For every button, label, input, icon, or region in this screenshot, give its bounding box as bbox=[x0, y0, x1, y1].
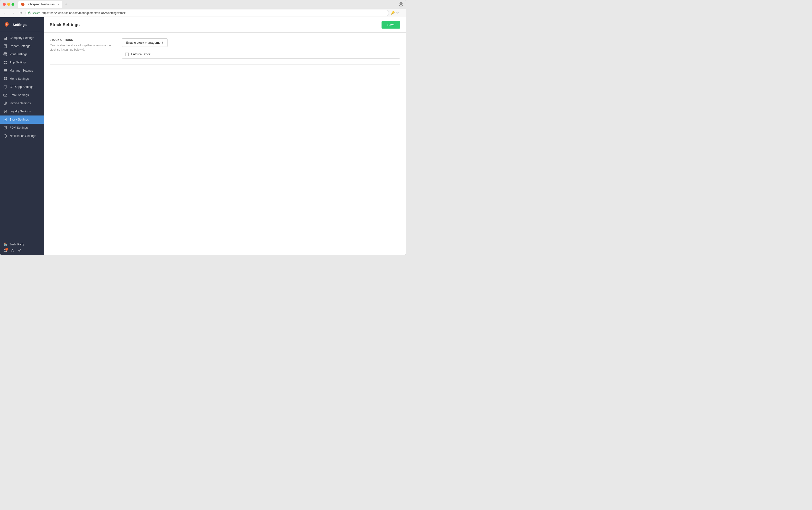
browser-window: Lightspeed Restaurant ✕ + ← → ↻ Secure h… bbox=[0, 0, 406, 255]
bar-chart-icon bbox=[3, 36, 7, 40]
enforce-stock-row: Enforce Stock bbox=[122, 50, 400, 59]
svg-rect-19 bbox=[4, 77, 5, 79]
sidebar-item-stock[interactable]: Stock Settings bbox=[0, 115, 44, 124]
tab-title: Lightspeed Restaurant bbox=[26, 3, 55, 6]
close-button[interactable] bbox=[3, 3, 6, 6]
forward-button[interactable]: → bbox=[10, 10, 16, 16]
svg-rect-4 bbox=[4, 38, 5, 39]
sidebar-item-fdm-label: FDM Settings bbox=[9, 126, 28, 130]
minimize-button[interactable] bbox=[7, 3, 10, 6]
report-icon bbox=[3, 44, 7, 48]
sidebar-item-menu[interactable]: Menu Settings bbox=[0, 75, 44, 83]
save-button[interactable]: Save bbox=[382, 21, 400, 29]
app-logo bbox=[3, 21, 10, 28]
section-label: STOCK OPTIONS bbox=[50, 38, 112, 41]
maximize-button[interactable] bbox=[11, 3, 14, 6]
sidebar-item-menu-label: Menu Settings bbox=[9, 77, 29, 80]
refresh-button[interactable]: ↻ bbox=[18, 10, 24, 16]
sidebar-title: Settings bbox=[12, 23, 27, 27]
sidebar-item-notification[interactable]: Notification Settings bbox=[0, 132, 44, 140]
address-bar-actions: 🔑 ☆ ⋮ bbox=[391, 11, 403, 15]
back-button[interactable]: ← bbox=[2, 10, 8, 16]
stock-options-section: STOCK OPTIONS Can disable the stock all … bbox=[50, 38, 400, 64]
store-icon: 🏪 bbox=[3, 243, 7, 246]
sidebar-item-cfd[interactable]: CFD App Settings bbox=[0, 83, 44, 91]
app-content: Settings Company Settings bbox=[0, 17, 406, 255]
svg-rect-26 bbox=[4, 94, 7, 96]
page-header: Stock Settings Save bbox=[44, 17, 406, 33]
manager-icon bbox=[3, 69, 7, 73]
sidebar-item-company-label: Company Settings bbox=[9, 36, 34, 39]
sidebar-item-report[interactable]: Report Settings bbox=[0, 42, 44, 50]
tab-close-button[interactable]: ✕ bbox=[57, 3, 60, 6]
fdm-icon bbox=[3, 126, 7, 130]
url-bar[interactable]: Secure https://nae2-web.posios.com/manag… bbox=[25, 10, 389, 16]
notification-icon bbox=[3, 134, 7, 138]
svg-rect-3 bbox=[28, 12, 30, 14]
new-tab-button[interactable]: + bbox=[63, 1, 69, 7]
section-layout: STOCK OPTIONS Can disable the stock all … bbox=[50, 38, 400, 59]
sidebar-item-invoice-label: Invoice Settings bbox=[9, 102, 31, 105]
profile-button[interactable] bbox=[10, 249, 14, 253]
svg-rect-15 bbox=[4, 61, 5, 62]
svg-rect-6 bbox=[6, 37, 7, 39]
svg-rect-17 bbox=[4, 63, 5, 64]
enforce-stock-label: Enforce Stock bbox=[131, 52, 150, 56]
svg-rect-21 bbox=[4, 79, 5, 80]
sidebar-item-fdm[interactable]: FDM Settings bbox=[0, 124, 44, 132]
sidebar-item-loyalty[interactable]: Loyalty Settings bbox=[0, 107, 44, 115]
page-title: Stock Settings bbox=[50, 22, 80, 27]
menu-dots-icon[interactable]: ⋮ bbox=[400, 11, 403, 15]
browser-tab[interactable]: Lightspeed Restaurant ✕ bbox=[18, 1, 62, 8]
svg-rect-32 bbox=[4, 126, 6, 129]
sidebar-item-print[interactable]: Print Settings bbox=[0, 50, 44, 58]
sidebar-item-email[interactable]: Email Settings bbox=[0, 91, 44, 99]
sidebar-item-invoice[interactable]: Invoice Settings bbox=[0, 99, 44, 107]
sidebar-item-print-label: Print Settings bbox=[9, 53, 27, 56]
sidebar: Settings Company Settings bbox=[0, 17, 44, 255]
svg-point-2 bbox=[400, 3, 402, 5]
svg-point-14 bbox=[6, 54, 6, 55]
url-text: https://nae2-web.posios.com/management/e… bbox=[42, 11, 126, 15]
address-bar: ← → ↻ Secure https://nae2-web.posios.com… bbox=[0, 9, 406, 17]
sidebar-item-manager[interactable]: Manager Settings bbox=[0, 66, 44, 75]
section-description: Can disable the stock all together or en… bbox=[50, 43, 112, 52]
sidebar-item-cfd-label: CFD App Settings bbox=[9, 85, 33, 89]
secure-badge: Secure bbox=[32, 11, 40, 15]
sidebar-item-stock-label: Stock Settings bbox=[9, 118, 29, 121]
loyalty-icon bbox=[3, 110, 7, 113]
email-icon bbox=[3, 93, 7, 97]
window-account-icon bbox=[399, 2, 403, 6]
menu-icon bbox=[3, 77, 7, 81]
logout-button[interactable] bbox=[18, 249, 22, 253]
store-name: Sushi Party bbox=[9, 243, 24, 246]
enforce-stock-checkbox[interactable] bbox=[125, 53, 129, 56]
svg-point-35 bbox=[12, 250, 13, 251]
key-icon: 🔑 bbox=[391, 11, 395, 15]
svg-rect-16 bbox=[5, 61, 7, 62]
lock-icon bbox=[28, 11, 30, 15]
sidebar-nav: Company Settings Report Settings bbox=[0, 32, 44, 240]
sidebar-item-loyalty-label: Loyalty Settings bbox=[9, 110, 31, 113]
sidebar-item-company[interactable]: Company Settings bbox=[0, 34, 44, 42]
main-content: Stock Settings Save STOCK OPTIONS Can di… bbox=[44, 17, 406, 255]
sidebar-item-app[interactable]: App Settings bbox=[0, 58, 44, 66]
print-icon bbox=[3, 52, 7, 56]
svg-point-0 bbox=[22, 3, 24, 5]
sidebar-footer: 🏪 Sushi Party 1 bbox=[0, 240, 44, 255]
sidebar-item-email-label: Email Settings bbox=[9, 93, 29, 97]
title-bar: Lightspeed Restaurant ✕ + bbox=[0, 0, 406, 9]
enable-stock-management-button[interactable]: Enable stock management bbox=[122, 38, 168, 47]
invoice-icon bbox=[3, 101, 7, 105]
section-info: STOCK OPTIONS Can disable the stock all … bbox=[50, 38, 112, 52]
svg-rect-18 bbox=[5, 63, 7, 64]
notifications-button[interactable]: 1 bbox=[3, 249, 7, 253]
star-icon[interactable]: ☆ bbox=[396, 11, 399, 15]
svg-rect-22 bbox=[5, 79, 7, 80]
section-controls: Enable stock management Enforce Stock bbox=[122, 38, 400, 59]
store-info: 🏪 Sushi Party bbox=[3, 243, 40, 246]
page-body: STOCK OPTIONS Can disable the stock all … bbox=[44, 33, 406, 255]
traffic-lights bbox=[3, 3, 14, 6]
sidebar-item-notification-label: Notification Settings bbox=[9, 134, 36, 138]
sidebar-item-app-label: App Settings bbox=[9, 61, 27, 64]
